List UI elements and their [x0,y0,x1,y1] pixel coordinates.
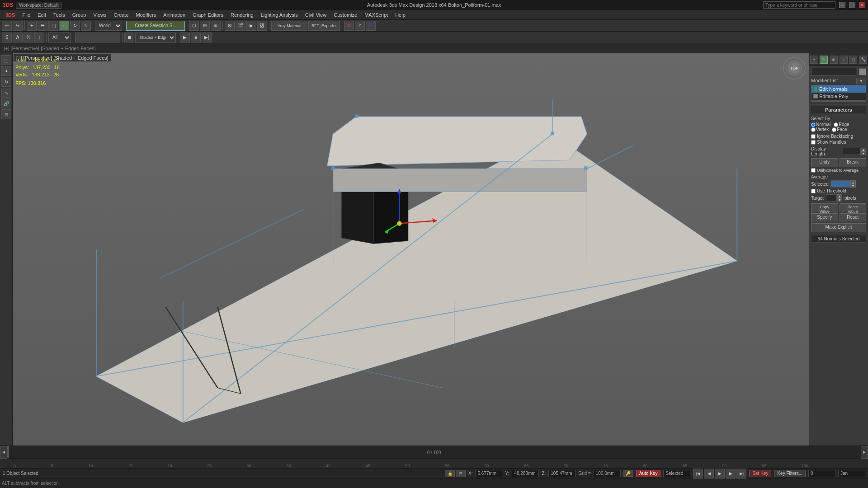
prev-frame-btn[interactable]: |◀ [693,469,703,479]
spinner-snap[interactable]: ↕ [34,33,44,42]
menu-create[interactable]: Create [110,11,132,19]
filter-all[interactable]: All [48,33,71,42]
workspace-selector[interactable]: Workspace: Default [16,2,61,9]
layer-mgr[interactable]: ≡ [211,21,221,31]
select-region[interactable]: ⬚ [48,21,58,31]
break-button[interactable]: Break [840,158,867,167]
close-button[interactable]: × [859,2,865,8]
search-input[interactable] [763,1,835,9]
timeline-prev[interactable]: ◀ [0,446,7,459]
align-button[interactable]: ⊞ [200,21,210,31]
viewport-shading[interactable]: ◼ [124,33,134,42]
ignore-backfacing-check[interactable] [811,134,816,139]
menu-tools[interactable]: Tools [50,11,69,19]
menu-help[interactable]: Help [392,11,409,19]
angle-snap[interactable]: A [13,33,23,42]
prev-key-btn[interactable]: ◀ [704,469,714,479]
spin-up[interactable]: ▲ [861,148,866,151]
spin-down[interactable]: ▼ [861,151,866,155]
reference-coord[interactable]: World Local [95,21,122,31]
copy-value-button[interactable]: Copy Value [811,203,838,212]
cube-face[interactable]: TOP [783,57,806,80]
show-handles-check[interactable] [811,140,816,145]
target-spin-down[interactable]: ▼ [837,198,842,202]
create-selection-btn[interactable]: Create Selection S... [126,21,185,31]
lt-move[interactable]: ✦ [1,66,11,76]
tab-utilities[interactable]: 🔧 [859,56,867,64]
next-frame-btn2[interactable]: ▶| [736,469,746,479]
render-frame[interactable]: ▶ [246,21,256,31]
menu-3ds[interactable]: 3DS [2,11,19,19]
menu-civil-view[interactable]: Civil View [302,11,330,19]
render-preview[interactable]: 🖼 [257,21,267,31]
radio-edge[interactable]: Edge [834,122,849,127]
specify-button[interactable]: Specify [811,213,838,222]
viewport-select[interactable]: Shaded + Edged Faces [135,33,176,42]
radio-face-input[interactable] [832,127,836,132]
radio-normal[interactable]: Normal [811,122,830,127]
named-sel[interactable] [75,33,120,42]
menu-group[interactable]: Group [69,11,90,19]
menu-animation[interactable]: Animation [160,11,189,19]
play-anim[interactable]: ▶ [180,33,190,42]
radio-vertex[interactable]: Vertex [811,127,829,132]
mirror-button[interactable]: ⬡ [189,21,199,31]
use-threshold-check[interactable] [811,189,816,193]
auto-key-button[interactable]: Auto Key [636,470,661,477]
lt-bind[interactable]: ⊡ [1,109,11,119]
tab-motion[interactable]: ▷ [840,56,848,64]
play-btn[interactable]: ▶ [715,469,725,479]
redo-button[interactable]: ↪ [13,21,23,31]
radio-vertex-input[interactable] [811,127,816,132]
select-move[interactable]: ↔ [59,21,69,31]
key-icon[interactable]: 🔑 [623,470,633,477]
menu-file[interactable]: File [19,11,34,19]
target-spin-up[interactable]: ▲ [837,194,842,198]
minimize-button[interactable]: ─ [839,2,845,8]
menu-graph-editors[interactable]: Graph Editors [189,11,227,19]
paste-value-button[interactable]: Paste Value [840,203,867,212]
viewport[interactable]: [+] [Perspective] [Shaded + Edged Faces]… [13,53,809,446]
next-frame[interactable]: ▶| [202,33,212,42]
undo-button[interactable]: ↩ [2,21,12,31]
menu-modifiers[interactable]: Modifiers [132,11,160,19]
unify-button[interactable]: Unify [811,158,838,167]
radio-face[interactable]: Face [832,127,847,132]
key-filters-button[interactable]: Key Filters... [774,470,806,477]
menu-edit[interactable]: Edit [34,11,50,19]
menu-rendering[interactable]: Rendering [227,11,257,19]
next-key-btn[interactable]: ▶ [726,469,736,479]
lt-scale[interactable]: ⤡ [1,88,11,98]
timeline-handle[interactable] [7,446,9,458]
set-key-button[interactable]: Set Key [749,470,771,477]
render-setup[interactable]: 🎬 [236,21,245,31]
vray-material[interactable]: Vray Material [271,21,307,31]
timeline-next[interactable]: ▶ [861,446,868,459]
make-explicit-button[interactable]: Make Explicit [811,223,866,232]
menu-maxscript[interactable]: MAXScript [361,11,392,19]
reset-button[interactable]: Reset [840,213,867,222]
tab-modify[interactable]: ✎ [820,56,828,64]
viewport-type[interactable]: P [456,470,466,477]
snap-toggle[interactable]: S [2,33,12,42]
select-by-name[interactable]: ☰ [38,21,47,31]
scale-button[interactable]: ⤡ [81,21,91,31]
modifier-scrollbar[interactable] [811,100,866,102]
radio-normal-input[interactable] [811,122,816,127]
modifier-item-editable-poly[interactable]: Editable Poly [811,93,866,100]
navigation-cube[interactable]: TOP [783,57,806,80]
selected-spin-down[interactable]: ▼ [850,184,856,188]
rotate-button[interactable]: ↻ [70,21,80,31]
selected-value-input[interactable]: 0,0mm [830,180,850,188]
modifier-list-dropdown[interactable]: ▼ [856,78,866,84]
lt-link[interactable]: 🔗 [1,99,11,108]
maximize-button[interactable]: □ [849,2,855,8]
modifier-item-edit-normals[interactable]: Edit Normals [811,85,866,93]
tab-hierarchy[interactable]: ⊕ [830,56,838,64]
bone-tools[interactable]: ⊠ [225,21,235,31]
menu-customize[interactable]: Customize [330,11,361,19]
object-name-input[interactable]: bolton_coll [811,68,856,76]
timeline-track[interactable]: 0 / 100 [7,446,861,458]
stop-anim[interactable]: ■ [191,33,201,42]
lt-select[interactable]: ⬚ [1,55,11,65]
